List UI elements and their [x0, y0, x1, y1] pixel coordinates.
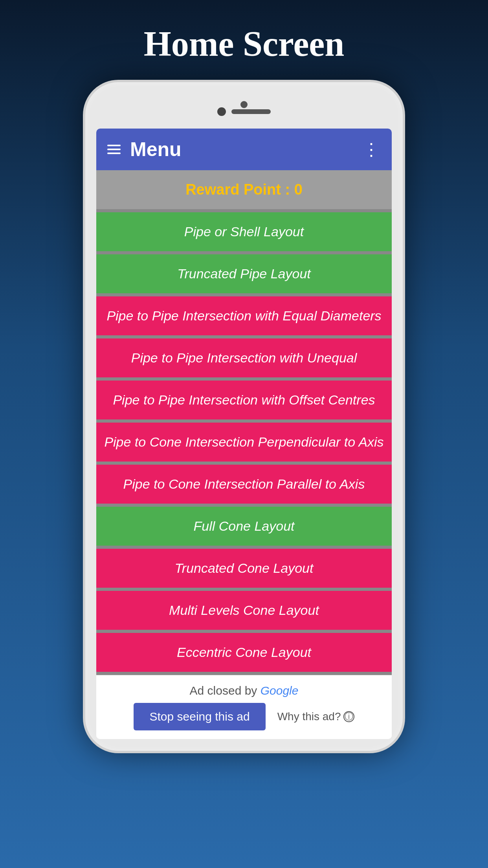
- camera-dot: [240, 101, 248, 108]
- speaker: [231, 109, 271, 114]
- ad-banner: Ad closed by Google Stop seeing this ad …: [96, 675, 392, 739]
- why-this-ad-label[interactable]: Why this ad? ⓘ: [277, 710, 354, 723]
- menu-item-pipe-unequal[interactable]: Pipe to Pipe Intersection with Unequal: [96, 338, 392, 377]
- separator: [96, 377, 392, 381]
- separator: [96, 672, 392, 675]
- overflow-menu-icon[interactable]: ⋮: [363, 141, 381, 158]
- menu-item-pipe-offset[interactable]: Pipe to Pipe Intersection with Offset Ce…: [96, 381, 392, 419]
- separator: [96, 293, 392, 296]
- separator: [96, 588, 392, 591]
- front-camera: [217, 107, 226, 116]
- separator: [96, 419, 392, 423]
- menu-list: Reward Point : 0 Pipe or Shell Layout Tr…: [96, 170, 392, 739]
- separator: [96, 462, 392, 465]
- separator: [96, 335, 392, 338]
- ad-closed-label: Ad closed by Google: [190, 684, 299, 697]
- menu-item-multi-levels-cone[interactable]: Multi Levels Cone Layout: [96, 591, 392, 630]
- separator: [96, 630, 392, 633]
- app-title: Menu: [130, 138, 182, 161]
- menu-item-full-cone[interactable]: Full Cone Layout: [96, 507, 392, 546]
- menu-item-pipe-shell[interactable]: Pipe or Shell Layout: [96, 212, 392, 251]
- header-left: Menu: [107, 138, 182, 161]
- reward-points: Reward Point : 0: [185, 181, 303, 198]
- info-icon: ⓘ: [343, 711, 354, 722]
- separator: [96, 546, 392, 549]
- menu-item-pipe-cone-parallel[interactable]: Pipe to Cone Intersection Parallel to Ax…: [96, 465, 392, 504]
- phone-top: [96, 94, 392, 125]
- page-title: Home Screen: [144, 24, 345, 64]
- app-header: Menu ⋮: [96, 129, 392, 170]
- ad-actions: Stop seeing this ad Why this ad? ⓘ: [134, 703, 354, 730]
- stop-seeing-ad-button[interactable]: Stop seeing this ad: [134, 703, 265, 730]
- menu-item-truncated-cone[interactable]: Truncated Cone Layout: [96, 549, 392, 588]
- hamburger-menu-icon[interactable]: [107, 145, 121, 154]
- menu-item-truncated-pipe[interactable]: Truncated Pipe Layout: [96, 254, 392, 293]
- phone-screen: Menu ⋮ Reward Point : 0 Pipe or Shell La…: [96, 129, 392, 739]
- separator: [96, 209, 392, 212]
- reward-bar: Reward Point : 0: [96, 170, 392, 209]
- phone-frame: Menu ⋮ Reward Point : 0 Pipe or Shell La…: [83, 80, 405, 753]
- separator: [96, 504, 392, 507]
- menu-item-eccentric-cone[interactable]: Eccentric Cone Layout: [96, 633, 392, 672]
- separator: [96, 251, 392, 254]
- menu-item-pipe-equal[interactable]: Pipe to Pipe Intersection with Equal Dia…: [96, 296, 392, 335]
- menu-item-pipe-cone-perp[interactable]: Pipe to Cone Intersection Perpendicular …: [96, 423, 392, 462]
